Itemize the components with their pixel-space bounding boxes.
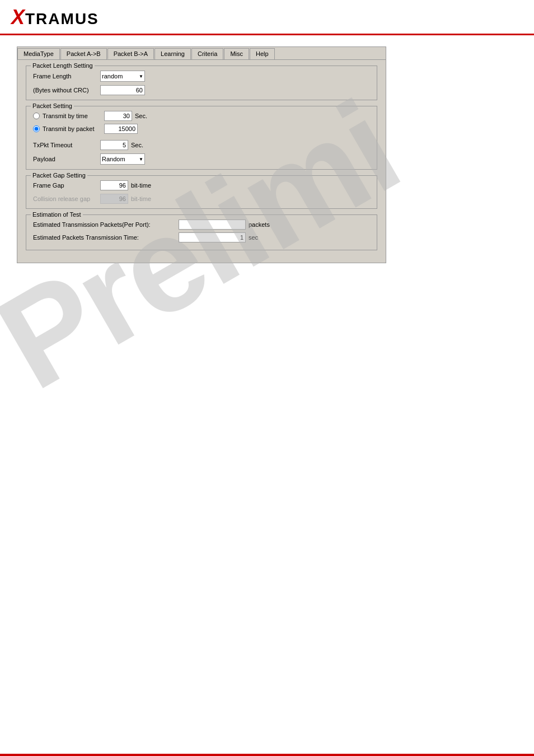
- frame-length-row: Frame Length random: [33, 71, 370, 82]
- frame-gap-label: Frame Gap: [33, 182, 100, 189]
- footer-bar: [0, 754, 534, 756]
- payload-select[interactable]: Random: [100, 153, 145, 165]
- header: XTRAMUS: [0, 0, 534, 35]
- collision-input: [100, 194, 128, 204]
- transmission-label: Estimated Transmission Packets(Per Port)…: [33, 221, 179, 228]
- tab-packet-btoa[interactable]: Packet B->A: [107, 48, 154, 59]
- tab-misc[interactable]: Misc: [224, 48, 249, 59]
- tab-bar: MediaType Packet A->B Packet B->A Learni…: [17, 47, 386, 60]
- transmit-by-time-input[interactable]: [104, 111, 132, 121]
- txpkt-timeout-label: TxPkt Timeout: [33, 142, 100, 148]
- transmit-by-time-unit: Sec.: [135, 113, 147, 119]
- transmission-input[interactable]: [179, 220, 246, 230]
- txpkt-timeout-unit: Sec.: [131, 142, 143, 148]
- transmit-by-packet-radio[interactable]: [33, 125, 40, 132]
- time-row: Estimated Packets Transmission Time: sec: [33, 232, 370, 242]
- payload-select-wrapper[interactable]: Random: [100, 153, 145, 165]
- txpkt-timeout-row: TxPkt Timeout Sec.: [33, 140, 370, 150]
- payload-row: Payload Random: [33, 153, 370, 165]
- frame-gap-unit: bit-time: [131, 182, 151, 189]
- transmit-by-time-row: Transmit by time Sec.: [33, 111, 370, 121]
- estimation-group: Estimation of Test Estimated Transmissio…: [26, 214, 377, 250]
- tab-help[interactable]: Help: [250, 48, 275, 59]
- frame-length-select[interactable]: random: [100, 71, 145, 82]
- time-input[interactable]: [179, 232, 246, 242]
- logo: XTRAMUS: [11, 6, 99, 29]
- frame-length-select-wrapper[interactable]: random: [100, 71, 145, 82]
- collision-unit: bit-time: [131, 195, 151, 202]
- transmission-row: Estimated Transmission Packets(Per Port)…: [33, 220, 370, 230]
- txpkt-timeout-input[interactable]: [100, 140, 128, 150]
- time-unit: sec: [249, 234, 258, 241]
- tab-learning[interactable]: Learning: [154, 48, 191, 59]
- tab-mediatype[interactable]: MediaType: [17, 48, 60, 59]
- logo-text: TRAMUS: [25, 10, 99, 27]
- packet-length-group: Packet Length Setting Frame Length rando…: [26, 66, 377, 100]
- transmit-by-time-radio[interactable]: [33, 113, 40, 119]
- frame-gap-input[interactable]: [100, 180, 128, 190]
- frame-length-label: Frame Length: [33, 73, 100, 80]
- tab-criteria[interactable]: Criteria: [191, 48, 223, 59]
- transmit-by-time-label: Transmit by time: [43, 113, 104, 119]
- time-label: Estimated Packets Transmission Time:: [33, 234, 179, 241]
- bytes-input[interactable]: [100, 85, 145, 95]
- estimation-title: Estimation of Test: [31, 211, 83, 218]
- bytes-row: (Bytes without CRC): [33, 85, 370, 95]
- tab-content: Packet Length Setting Frame Length rando…: [17, 60, 386, 263]
- bytes-label: (Bytes without CRC): [33, 87, 100, 94]
- logo-x: X: [11, 6, 25, 29]
- frame-gap-row: Frame Gap bit-time: [33, 180, 370, 190]
- transmission-unit: packets: [249, 221, 270, 228]
- packet-setting-group: Packet Setting Transmit by time Sec. Tra…: [26, 106, 377, 170]
- tab-panel: MediaType Packet A->B Packet B->A Learni…: [17, 46, 386, 263]
- tab-packet-atob[interactable]: Packet A->B: [60, 48, 107, 59]
- transmit-by-packet-input[interactable]: [104, 124, 138, 134]
- collision-row: Collision release gap bit-time: [33, 194, 370, 204]
- packet-gap-title: Packet Gap Setting: [31, 172, 87, 179]
- packet-setting-title: Packet Setting: [31, 102, 74, 109]
- transmit-by-packet-row: Transmit by packet: [33, 124, 370, 134]
- collision-label: Collision release gap: [33, 195, 100, 202]
- payload-label: Payload: [33, 156, 100, 162]
- packet-length-title: Packet Length Setting: [31, 62, 95, 69]
- packet-gap-group: Packet Gap Setting Frame Gap bit-time Co…: [26, 175, 377, 209]
- transmit-by-packet-label: Transmit by packet: [43, 125, 104, 132]
- main-content: MediaType Packet A->B Packet B->A Learni…: [0, 35, 534, 286]
